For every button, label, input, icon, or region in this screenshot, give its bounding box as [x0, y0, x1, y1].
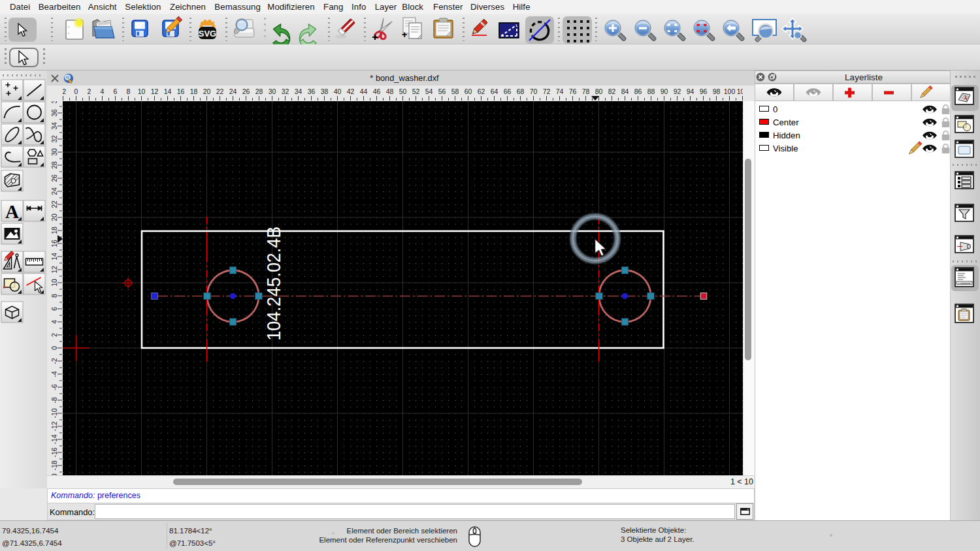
svg-text:72: 72 — [543, 87, 551, 95]
svg-text:32: 32 — [282, 87, 289, 95]
svg-text:54: 54 — [425, 87, 433, 95]
svg-text:44: 44 — [360, 87, 368, 95]
svg-text:0: 0 — [50, 346, 58, 350]
svg-text:-4: -4 — [50, 371, 58, 377]
svg-text:40: 40 — [334, 87, 342, 95]
svg-text:104.245.02.4B: 104.245.02.4B — [263, 227, 284, 341]
svg-text:66: 66 — [504, 87, 512, 95]
svg-text:-10: -10 — [50, 408, 58, 418]
svg-text:26: 26 — [50, 174, 58, 182]
svg-text:20: 20 — [50, 213, 58, 221]
svg-text:2: 2 — [88, 87, 91, 95]
svg-text:96: 96 — [700, 87, 708, 95]
svg-text:-2: -2 — [50, 358, 58, 364]
svg-text:62: 62 — [478, 87, 485, 95]
svg-text:4: 4 — [50, 320, 58, 324]
svg-text:24: 24 — [50, 187, 58, 195]
svg-text:90: 90 — [661, 87, 668, 95]
svg-text:14: 14 — [164, 87, 172, 95]
svg-text:8: 8 — [127, 87, 131, 95]
svg-text:52: 52 — [412, 87, 420, 95]
svg-text:38: 38 — [321, 87, 329, 95]
svg-text:8: 8 — [50, 294, 58, 298]
svg-text:76: 76 — [569, 87, 577, 95]
svg-text:-16: -16 — [50, 447, 58, 457]
svg-text:80: 80 — [595, 87, 603, 95]
svg-text:+: + — [402, 29, 407, 40]
svg-text:30: 30 — [269, 87, 276, 95]
svg-text:64: 64 — [491, 87, 498, 95]
svg-text:22: 22 — [216, 87, 224, 95]
svg-text:58: 58 — [451, 87, 459, 95]
svg-text:> command: > command — [958, 282, 970, 285]
svg-text:10: 10 — [138, 87, 146, 95]
svg-text:56: 56 — [438, 87, 446, 95]
svg-text:26: 26 — [242, 87, 250, 95]
svg-text:82: 82 — [608, 87, 616, 95]
svg-text:A: A — [5, 201, 19, 222]
svg-text:98: 98 — [713, 87, 721, 95]
svg-text:-18: -18 — [50, 460, 58, 470]
svg-text:-8: -8 — [50, 397, 58, 403]
svg-text:2: 2 — [50, 333, 58, 337]
svg-text:100: 100 — [724, 87, 736, 95]
svg-text:84: 84 — [621, 87, 629, 95]
svg-text:12: 12 — [151, 87, 159, 95]
svg-text:70: 70 — [530, 87, 538, 95]
svg-text:-14: -14 — [50, 434, 58, 444]
svg-text:12: 12 — [50, 266, 58, 274]
svg-text:48: 48 — [386, 87, 394, 95]
svg-text:6: 6 — [50, 307, 58, 311]
svg-text:32: 32 — [50, 135, 58, 143]
svg-text:22: 22 — [50, 200, 58, 208]
svg-text:78: 78 — [582, 87, 590, 95]
svg-text:36: 36 — [50, 109, 58, 117]
svg-text:18: 18 — [50, 227, 58, 234]
svg-text:50: 50 — [399, 87, 407, 95]
svg-text:24: 24 — [229, 87, 237, 95]
svg-text:-2: -2 — [63, 87, 66, 95]
svg-text:28: 28 — [255, 87, 263, 95]
svg-text:92: 92 — [674, 87, 681, 95]
svg-text:0: 0 — [74, 87, 78, 95]
svg-text:74: 74 — [556, 87, 564, 95]
svg-text:18: 18 — [190, 87, 198, 95]
svg-text:68: 68 — [517, 87, 525, 95]
svg-text:94: 94 — [687, 87, 694, 95]
svg-text:SVG: SVG — [199, 29, 216, 39]
svg-text:-6: -6 — [50, 384, 58, 390]
svg-text:6: 6 — [114, 87, 118, 95]
svg-text:20: 20 — [203, 87, 211, 95]
svg-text:36: 36 — [308, 87, 316, 95]
svg-text:34: 34 — [50, 122, 58, 130]
svg-text:38: 38 — [50, 101, 58, 104]
svg-text:34: 34 — [295, 87, 302, 95]
svg-text:10: 10 — [50, 279, 58, 287]
svg-text:102: 102 — [737, 87, 743, 95]
svg-text:-12: -12 — [50, 421, 58, 431]
svg-text:86: 86 — [634, 87, 642, 95]
svg-text:30: 30 — [50, 148, 58, 156]
svg-text:42: 42 — [347, 87, 355, 95]
svg-text:88: 88 — [647, 87, 655, 95]
svg-text:28: 28 — [50, 161, 58, 169]
svg-text:46: 46 — [373, 87, 381, 95]
svg-text:4: 4 — [101, 87, 105, 95]
svg-text:16: 16 — [177, 87, 185, 95]
svg-text:14: 14 — [50, 253, 58, 260]
svg-text:16: 16 — [50, 240, 58, 247]
svg-text:60: 60 — [465, 87, 472, 95]
